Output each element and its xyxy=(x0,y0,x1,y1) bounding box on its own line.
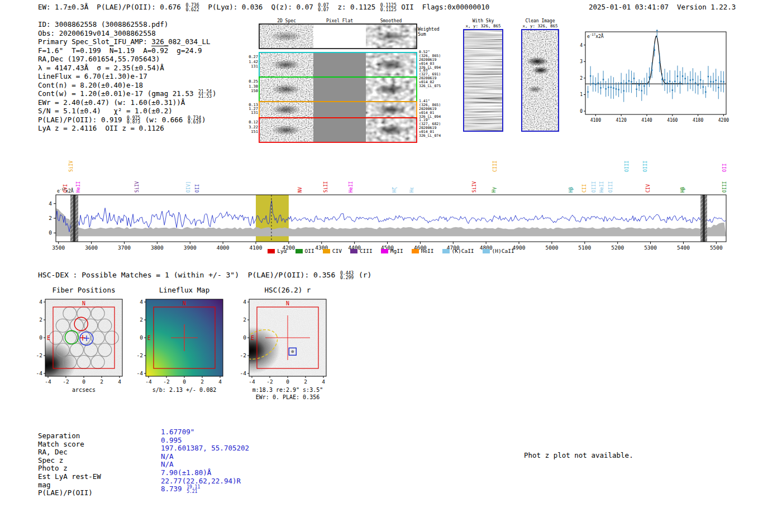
data-point xyxy=(608,87,609,88)
cutout-2d-group: 0.271.421310.251.301500.131.271310.123.2… xyxy=(249,24,441,142)
data-point xyxy=(661,79,662,80)
emission-line-label: SiIV xyxy=(134,181,140,193)
data-point xyxy=(687,83,688,84)
data-point xyxy=(626,82,627,83)
match-row-label: Separation xyxy=(38,432,80,440)
pixel-flat-image xyxy=(313,102,366,117)
emission-line-label: OII xyxy=(194,184,200,193)
smoothed-blob xyxy=(375,105,407,115)
text-run: (w: 0.666 xyxy=(141,116,187,124)
text-run: Cont(n) = 8.20(±0.40)e-18 xyxy=(38,81,143,89)
data-point xyxy=(611,87,612,88)
y-tick-label: 4 xyxy=(49,200,52,207)
hsc-image-content xyxy=(226,299,326,376)
sky-panels-group xyxy=(464,30,559,131)
data-point xyxy=(679,82,680,83)
x-tick-label: 4140 xyxy=(641,118,652,123)
emission-line-label: OIII xyxy=(624,161,630,172)
uncertainty-part: 0.1125 xyxy=(380,8,397,12)
north-label: N xyxy=(183,300,186,306)
emission-line-label: HeII xyxy=(75,181,81,193)
match-row-label: Photo z xyxy=(38,464,68,472)
data-point xyxy=(659,62,660,63)
hsc-caption-2: EWr: 0. PLAE: 0.356 xyxy=(242,394,333,400)
legend-swatch xyxy=(323,249,330,253)
data-point xyxy=(616,88,617,89)
lineflux-map-xlabel: s/b: 2.13 +/- 0.082 xyxy=(141,387,228,393)
fiber-positions-title: Fiber Positions xyxy=(45,286,123,294)
emission-line-legend: LyαOIICIVCIIIMgIIHeII(K)CaII(H)CaII xyxy=(56,248,726,254)
hsc-image-panel: NE-4-4-2-2002244 xyxy=(226,299,326,385)
match-row-value: 1.67709" xyxy=(161,428,194,436)
cutout-row-stat: 0.25 xyxy=(249,79,258,84)
match-row-label: RA, Dec xyxy=(38,448,68,456)
clean-image-title: Clean Image xyxy=(522,18,559,23)
info-line-4: RA,Dec (197.601654,55.705643) xyxy=(38,55,160,63)
data-point xyxy=(703,87,704,88)
data-point xyxy=(672,89,673,90)
y-tick-label: 2 xyxy=(140,317,143,323)
text-run: Match score xyxy=(38,440,84,448)
galaxy-blob-core xyxy=(234,338,265,365)
emission-line-label: Hβ xyxy=(568,187,574,193)
data-point xyxy=(643,85,645,87)
east-label: E xyxy=(251,335,254,341)
text-run: z: 0.1125 xyxy=(329,3,379,11)
data-point xyxy=(708,76,709,77)
data-point xyxy=(595,84,596,85)
text-run: S/N = 5.1(±0.4) χ² = 1.0(±0.2) xyxy=(38,107,173,115)
info-line-5: λ = 4147.43Å σ = 2.35(±0.54)Å xyxy=(38,64,164,72)
text-run: x2Å xyxy=(595,34,603,39)
y-tick-label: -4 xyxy=(240,370,247,376)
match-row-value: N/A xyxy=(161,460,174,468)
data-point xyxy=(605,88,606,89)
info-line-8: Cont(w) = 1.20(±0.01)e-17 (gmag 21.53 21… xyxy=(38,89,217,98)
hsc-caption-1: m:18.3 re:2.9" s:3.5" xyxy=(242,387,333,393)
match-row-label: Spec z xyxy=(38,456,63,464)
with-sky-title: With Sky xyxy=(464,18,503,23)
emission-line-label: OIII xyxy=(608,181,613,193)
lineflux-map-panel: NE-4-4-2-2002244 xyxy=(137,299,223,385)
legend-swatch xyxy=(381,249,388,253)
data-point xyxy=(682,75,683,76)
text-run: mag xyxy=(38,481,51,489)
match-row-value: 0.995 xyxy=(161,436,182,444)
legend-item: Lyα xyxy=(268,248,287,254)
data-point xyxy=(651,69,652,70)
text-run: EW: 1.7±0.3Å P(LAE)/P(OII): 0.676 xyxy=(38,3,185,11)
match-row-label: mag xyxy=(38,481,51,489)
match-row-value: 7.90(±1.80)Å xyxy=(161,468,211,477)
sum-smoothed-blob xyxy=(374,31,408,41)
emission-line-label: Hε xyxy=(409,187,414,193)
text-run: RA,Dec (197.601654,55.705643) xyxy=(38,55,160,63)
text-run: Est LyA rest-EW xyxy=(38,472,101,481)
text-run: Primary Spec_Slot_IFU_AMP: 326_082_034_L… xyxy=(38,37,211,46)
data-point xyxy=(695,82,696,83)
y-tick-label: 0 xyxy=(140,334,143,341)
masked-band-core xyxy=(703,195,705,242)
text-run: 197.601387, 55.705202 xyxy=(161,444,249,452)
x-tick-label: -4 xyxy=(45,378,51,385)
data-point xyxy=(613,88,614,89)
weighted-sum-label: Weighted Sum xyxy=(418,27,446,37)
legend-label: CIII xyxy=(360,248,373,254)
text-run: 22.77(22.62,22.94)R xyxy=(161,477,241,485)
text-run: F=1.6" T=0.199 xyxy=(38,46,109,55)
cutout-annotation: 326_LL_075 xyxy=(419,84,441,88)
legend-label: (K)CaII xyxy=(452,248,474,254)
stacked-uncertainty: 0.7360.622 xyxy=(185,3,199,12)
photz-note: Phot z plot not available. xyxy=(524,451,633,459)
2d-spec-blob xyxy=(271,60,301,70)
2d-spec-blob xyxy=(271,84,301,94)
data-point xyxy=(628,80,630,82)
x-tick-label: 4200 xyxy=(718,118,729,123)
lineflux-map-title: Lineflux Map xyxy=(145,286,223,294)
x-tick-label: 0 xyxy=(82,378,85,385)
legend-swatch xyxy=(268,249,275,253)
data-point xyxy=(710,81,711,82)
data-point xyxy=(641,90,642,91)
y-tick-label: 0 xyxy=(243,334,246,341)
text-run: λ = 4147.43Å σ = 2.35(±0.54)Å xyxy=(38,64,164,72)
info-line-12: LyA z = 2.4116 OII z = 0.1126 xyxy=(38,124,164,132)
emission-line-label: SiIV xyxy=(471,181,477,193)
